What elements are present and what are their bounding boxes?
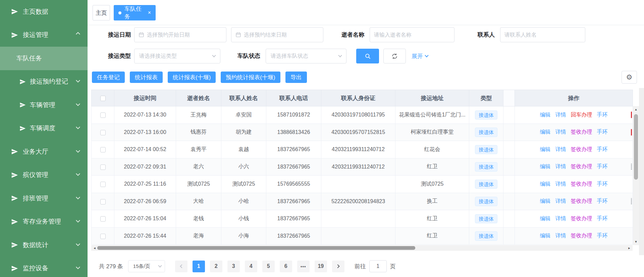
scroll-up-icon[interactable]: ▲ xyxy=(633,107,639,112)
page-button[interactable]: 1 xyxy=(193,261,205,272)
action-link-blue[interactable]: 手环 xyxy=(597,181,608,187)
page-button[interactable]: 5 xyxy=(262,261,275,272)
action-link-blue[interactable]: 编辑 xyxy=(540,233,551,238)
sidebar-item[interactable]: 车队任务 xyxy=(0,47,88,70)
date-start-input[interactable] xyxy=(147,32,222,38)
sidebar-item[interactable]: 车辆管理 xyxy=(0,93,88,117)
action-link-blue[interactable]: 详情 xyxy=(555,216,566,221)
action-link-red[interactable]: 回车办理 xyxy=(571,112,592,118)
row-checkbox[interactable] xyxy=(100,216,106,222)
goto-page-input[interactable] xyxy=(369,260,387,272)
row-checkbox[interactable] xyxy=(100,130,106,135)
expand-toggle[interactable]: 展开 xyxy=(412,49,428,63)
toolbar-button[interactable]: 任务登记 xyxy=(92,72,125,83)
row-checkbox[interactable] xyxy=(100,182,106,187)
select-all-checkbox[interactable] xyxy=(100,96,106,101)
action-link-blue[interactable]: 编辑 xyxy=(540,112,551,118)
deceased-field[interactable] xyxy=(370,27,454,42)
cell-phone: 13886813426 xyxy=(266,124,321,141)
toolbar-button[interactable]: 统计报表(十堰) xyxy=(168,72,216,83)
action-link-blue[interactable]: 编辑 xyxy=(540,164,551,169)
toolbar-button[interactable]: 导出 xyxy=(285,72,307,83)
action-link-magenta[interactable]: 签收办理 xyxy=(571,129,592,135)
action-link-blue[interactable]: 编辑 xyxy=(540,216,551,221)
page-button[interactable]: 6 xyxy=(280,261,292,272)
deceased-input[interactable] xyxy=(374,32,450,38)
date-end-input[interactable] xyxy=(244,32,319,38)
action-link-blue[interactable]: 编辑 xyxy=(540,181,551,187)
next-page-button[interactable] xyxy=(332,261,344,272)
page-button[interactable]: 4 xyxy=(245,261,257,272)
sidebar-item[interactable]: 车辆调度 xyxy=(0,117,88,140)
sidebar-item[interactable]: 接运管理 xyxy=(0,24,88,47)
tab-fleet-tasks[interactable]: 车队任务 × xyxy=(114,5,156,20)
action-link-blue[interactable]: 详情 xyxy=(555,233,566,238)
tab-home[interactable]: 主页 xyxy=(93,5,110,20)
column-settings-button[interactable]: ⚙ xyxy=(622,71,637,84)
sidebar-item[interactable]: 业务大厅 xyxy=(0,140,88,164)
tab-close-icon[interactable]: × xyxy=(145,10,151,15)
toolbar-button[interactable]: 预约统计报表(十堰) xyxy=(221,72,280,83)
page-button[interactable]: 2 xyxy=(210,261,222,272)
action-link-blue[interactable]: 手环 xyxy=(597,198,608,204)
sidebar-item[interactable]: 寄存业务管理 xyxy=(0,210,88,234)
sidebar-item[interactable]: 排班管理 xyxy=(0,187,88,210)
sidebar-item[interactable]: 接运预约登记 xyxy=(0,70,88,94)
page-button[interactable]: 3 xyxy=(227,261,240,272)
action-link-blue[interactable]: 详情 xyxy=(555,198,566,204)
sidebar-item[interactable]: 殡仪管理 xyxy=(0,164,88,187)
action-link-blue[interactable]: 详情 xyxy=(555,181,566,187)
action-link-magenta[interactable]: 签收办理 xyxy=(571,164,592,169)
action-link-magenta[interactable]: 签收办理 xyxy=(571,216,592,221)
scroll-left-icon[interactable]: ◄ xyxy=(92,245,97,251)
action-link-magenta[interactable]: 签收办理 xyxy=(571,181,592,187)
vertical-scrollbar[interactable]: ▲ ▼ xyxy=(633,106,639,245)
cell-id-card: 420321199311240712 xyxy=(321,141,395,158)
action-link-blue[interactable]: 详情 xyxy=(555,129,566,135)
cell-time: 2022-07-26 15:44 xyxy=(114,227,176,245)
action-link-blue[interactable]: 详情 xyxy=(555,164,566,169)
sidebar-item[interactable]: 监控设备 xyxy=(0,257,88,277)
action-link-blue[interactable]: 手环 xyxy=(597,233,608,238)
fleet-status-select[interactable]: 请选择车队状态 xyxy=(266,49,346,63)
clipped-action-marker xyxy=(631,112,632,118)
page-size-select[interactable]: 15条/页 xyxy=(128,260,165,272)
action-link-magenta[interactable]: 签收办理 xyxy=(571,233,592,238)
prev-page-button[interactable] xyxy=(175,261,187,272)
search-button[interactable] xyxy=(356,49,379,63)
row-checkbox[interactable] xyxy=(100,234,106,239)
contact-input[interactable] xyxy=(504,32,581,38)
date-start-field[interactable] xyxy=(134,27,226,42)
page-button[interactable]: 19 xyxy=(315,261,327,272)
action-link-blue[interactable]: 手环 xyxy=(597,129,608,135)
action-link-blue[interactable]: 编辑 xyxy=(540,146,551,152)
pickup-type-select[interactable]: 请选择接运类型 xyxy=(134,49,220,63)
date-end-field[interactable] xyxy=(231,27,323,42)
action-link-blue[interactable]: 手环 xyxy=(597,216,608,221)
scroll-down-icon[interactable]: ▼ xyxy=(633,239,639,244)
toolbar-button[interactable]: 统计报表 xyxy=(130,72,163,83)
action-link-magenta[interactable]: 签收办理 xyxy=(571,198,592,204)
scroll-right-icon[interactable]: ► xyxy=(627,245,632,251)
sidebar-item[interactable]: 数据统计 xyxy=(0,233,88,257)
action-link-blue[interactable]: 手环 xyxy=(597,164,608,169)
sidebar-item[interactable]: 主页数据 xyxy=(0,0,88,24)
action-link-magenta[interactable]: 签收办理 xyxy=(571,146,592,152)
row-checkbox[interactable] xyxy=(100,112,106,118)
action-link-blue[interactable]: 编辑 xyxy=(540,129,551,135)
horizontal-scrollbar[interactable]: ◄ ► xyxy=(91,245,633,251)
pager-ellipsis[interactable]: ••• xyxy=(297,261,310,272)
row-checkbox[interactable] xyxy=(100,165,106,170)
contact-field[interactable] xyxy=(500,27,585,42)
action-link-blue[interactable]: 详情 xyxy=(555,112,566,118)
action-link-blue[interactable]: 手环 xyxy=(597,146,608,152)
refresh-button[interactable] xyxy=(383,49,406,63)
horizontal-scrollbar-thumb[interactable] xyxy=(97,246,415,250)
action-link-blue[interactable]: 手环 xyxy=(597,112,608,118)
cell-contact: 卓安国 xyxy=(221,106,266,124)
row-checkbox[interactable] xyxy=(100,147,106,152)
vertical-scrollbar-thumb[interactable] xyxy=(634,114,638,180)
row-checkbox[interactable] xyxy=(100,199,106,204)
action-link-blue[interactable]: 详情 xyxy=(555,146,566,152)
action-link-blue[interactable]: 编辑 xyxy=(540,198,551,204)
